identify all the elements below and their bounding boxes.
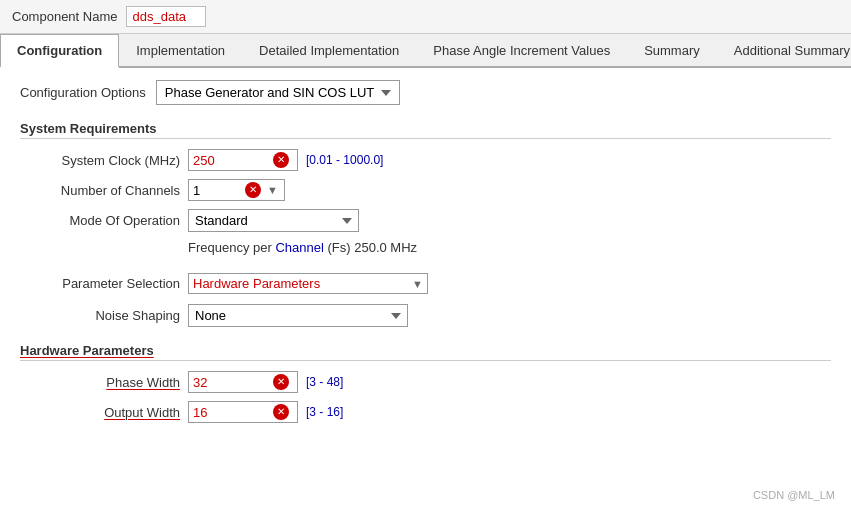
- component-name-value: dds_data: [126, 6, 206, 27]
- tabs-bar: Configuration Implementation Detailed Im…: [0, 34, 851, 68]
- system-clock-label: System Clock (MHz): [20, 153, 180, 168]
- noise-shaping-select[interactable]: None Auto Manual: [188, 304, 408, 327]
- phase-width-row: Phase Width ✕ [3 - 48]: [20, 371, 831, 393]
- hardware-parameters-section: Hardware Parameters Phase Width ✕ [3 - 4…: [20, 343, 831, 423]
- output-width-input[interactable]: [193, 405, 273, 420]
- parameter-selection-chevron-icon: ▼: [412, 278, 423, 290]
- system-clock-row: System Clock (MHz) ✕ [0.01 - 1000.0]: [20, 149, 831, 171]
- system-requirements-section: System Requirements System Clock (MHz) ✕…: [20, 121, 831, 255]
- tab-phase-angle[interactable]: Phase Angle Increment Values: [416, 34, 627, 66]
- tab-additional-summary[interactable]: Additional Summary: [717, 34, 851, 66]
- system-clock-clear-button[interactable]: ✕: [273, 152, 289, 168]
- parameter-selection-label: Parameter Selection: [20, 276, 180, 291]
- tab-summary[interactable]: Summary: [627, 34, 717, 66]
- hardware-parameters-header: Hardware Parameters: [20, 343, 831, 361]
- phase-width-label: Phase Width: [20, 375, 180, 390]
- component-name-label: Component Name: [12, 9, 118, 24]
- num-channels-chevron-icon: ▼: [265, 184, 280, 196]
- parameter-selection-wrapper: Hardware Parameters System Parameters ▼: [188, 273, 428, 294]
- tab-detailed-implementation[interactable]: Detailed Implementation: [242, 34, 416, 66]
- mode-of-operation-label: Mode Of Operation: [20, 213, 180, 228]
- system-clock-input[interactable]: [193, 153, 273, 168]
- phase-width-input-wrapper: ✕: [188, 371, 298, 393]
- config-options-select[interactable]: Phase Generator and SIN COS LUT Phase Ge…: [156, 80, 400, 105]
- system-requirements-header: System Requirements: [20, 121, 831, 139]
- num-channels-input-wrapper: ✕ ▼: [188, 179, 285, 201]
- footer-watermark: CSDN @ML_LM: [753, 489, 835, 501]
- config-options-row: Configuration Options Phase Generator an…: [20, 80, 831, 105]
- num-channels-input[interactable]: [193, 183, 243, 198]
- config-options-label: Configuration Options: [20, 85, 146, 100]
- channel-link[interactable]: Channel: [275, 240, 323, 255]
- phase-width-range: [3 - 48]: [306, 375, 343, 389]
- num-channels-row: Number of Channels ✕ ▼: [20, 179, 831, 201]
- output-width-input-wrapper: ✕: [188, 401, 298, 423]
- phase-width-input[interactable]: [193, 375, 273, 390]
- system-clock-range: [0.01 - 1000.0]: [306, 153, 383, 167]
- tab-implementation[interactable]: Implementation: [119, 34, 242, 66]
- parameter-selection-select[interactable]: Hardware Parameters System Parameters: [193, 276, 412, 291]
- noise-shaping-label: Noise Shaping: [20, 308, 180, 323]
- mode-of-operation-select[interactable]: Standard Rasterized Programmable Modulus: [188, 209, 359, 232]
- phase-width-clear-button[interactable]: ✕: [273, 374, 289, 390]
- num-channels-label: Number of Channels: [20, 183, 180, 198]
- noise-shaping-row: Noise Shaping None Auto Manual: [20, 304, 831, 327]
- frequency-info: Frequency per Channel (Fs) 250.0 MHz: [188, 240, 831, 255]
- tab-configuration[interactable]: Configuration: [0, 34, 119, 68]
- output-width-clear-button[interactable]: ✕: [273, 404, 289, 420]
- num-channels-clear-button[interactable]: ✕: [245, 182, 261, 198]
- mode-of-operation-row: Mode Of Operation Standard Rasterized Pr…: [20, 209, 831, 232]
- main-content: Configuration Options Phase Generator an…: [0, 68, 851, 461]
- parameter-selection-row: Parameter Selection Hardware Parameters …: [20, 273, 831, 294]
- output-width-label: Output Width: [20, 405, 180, 420]
- output-width-range: [3 - 16]: [306, 405, 343, 419]
- output-width-row: Output Width ✕ [3 - 16]: [20, 401, 831, 423]
- system-clock-input-wrapper: ✕: [188, 149, 298, 171]
- component-name-bar: Component Name dds_data: [0, 0, 851, 34]
